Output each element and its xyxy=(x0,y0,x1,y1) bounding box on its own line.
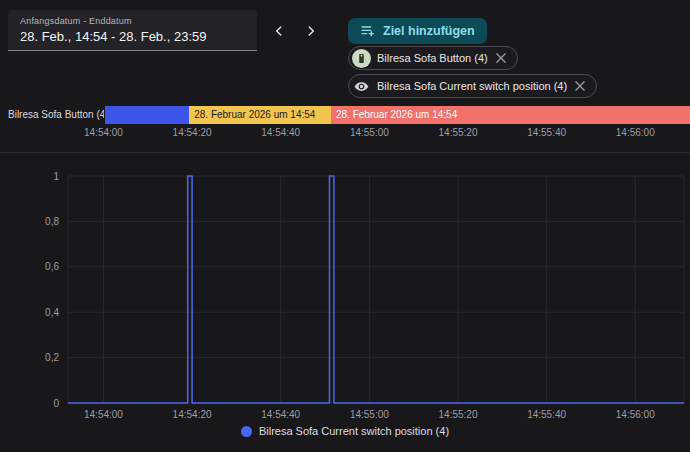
chart-legend[interactable]: Bilresa Sofa Current switch position (4) xyxy=(0,425,690,437)
add-target-label: Ziel hinzufügen xyxy=(383,24,475,38)
timeline-segment[interactable] xyxy=(105,106,189,124)
chip-label: Bilresa Sofa Current switch position (4) xyxy=(377,80,567,92)
timeline-axis-label: 14:54:20 xyxy=(173,127,212,138)
y-axis-tick-label: 0,8 xyxy=(45,216,59,227)
chevron-left-icon xyxy=(272,24,286,38)
x-axis-tick-label: 14:56:00 xyxy=(616,409,655,420)
date-range-value: 28. Feb., 14:54 - 28. Feb., 23:59 xyxy=(20,29,245,44)
next-period-button[interactable] xyxy=(296,16,326,46)
prev-period-button[interactable] xyxy=(264,16,294,46)
y-axis-tick-label: 0,2 xyxy=(45,352,59,363)
target-chip-sofa-button[interactable]: Bilresa Sofa Button (4) xyxy=(348,46,518,70)
x-axis-tick-label: 14:54:20 xyxy=(173,409,212,420)
y-axis-tick-label: 1 xyxy=(53,171,59,182)
x-axis-tick-label: 14:55:40 xyxy=(527,409,566,420)
date-range-label: Anfangsdatum - Enddatum xyxy=(20,16,245,26)
y-axis-tick-label: 0,4 xyxy=(45,307,59,318)
timeline-bar[interactable]: 28. Februar 2026 um 14:5428. Februar 202… xyxy=(105,106,690,124)
y-axis-tick-label: 0,6 xyxy=(45,261,59,272)
add-target-button[interactable]: Ziel hinzufügen xyxy=(348,18,487,44)
timeline-segment[interactable]: 28. Februar 2026 um 14:54 xyxy=(189,106,331,124)
timeline-segment[interactable]: 28. Februar 2026 um 14:54 xyxy=(331,106,690,124)
x-axis-tick-label: 14:54:40 xyxy=(261,409,300,420)
timeline-axis-label: 14:54:00 xyxy=(84,127,123,138)
chip-label: Bilresa Sofa Button (4) xyxy=(377,52,488,64)
history-line-chart[interactable]: 10,80,60,40,2014:54:0014:54:2014:54:4014… xyxy=(0,155,690,452)
legend-dot xyxy=(241,426,252,437)
chip-remove-icon[interactable] xyxy=(573,79,587,93)
eye-icon xyxy=(352,77,371,96)
legend-label: Bilresa Sofa Current switch position (4) xyxy=(259,425,449,437)
chip-remove-icon[interactable] xyxy=(494,51,508,65)
timeline-axis-label: 14:55:40 xyxy=(527,127,566,138)
timeline-axis-label: 14:56:00 xyxy=(616,127,655,138)
target-chip-switch-position[interactable]: Bilresa Sofa Current switch position (4) xyxy=(348,74,597,98)
x-axis-tick-label: 14:54:00 xyxy=(84,409,123,420)
x-axis-tick-label: 14:55:00 xyxy=(350,409,389,420)
date-range-picker[interactable]: Anfangsdatum - Enddatum 28. Feb., 14:54 … xyxy=(8,10,257,51)
y-axis-tick-label: 0 xyxy=(53,398,59,409)
add-target-icon xyxy=(360,23,376,39)
timeline-axis-label: 14:55:00 xyxy=(350,127,389,138)
chevron-right-icon xyxy=(304,24,318,38)
timeline-entity-label: Bilresa Sofa Button (4) xyxy=(8,109,104,120)
x-axis-tick-label: 14:55:20 xyxy=(439,409,478,420)
timeline-axis-label: 14:55:20 xyxy=(439,127,478,138)
section-divider xyxy=(0,152,690,153)
history-panel: Anfangsdatum - Enddatum 28. Feb., 14:54 … xyxy=(0,0,690,452)
series-line xyxy=(68,176,684,403)
remote-icon xyxy=(352,49,371,68)
timeline-axis-label: 14:54:40 xyxy=(261,127,300,138)
